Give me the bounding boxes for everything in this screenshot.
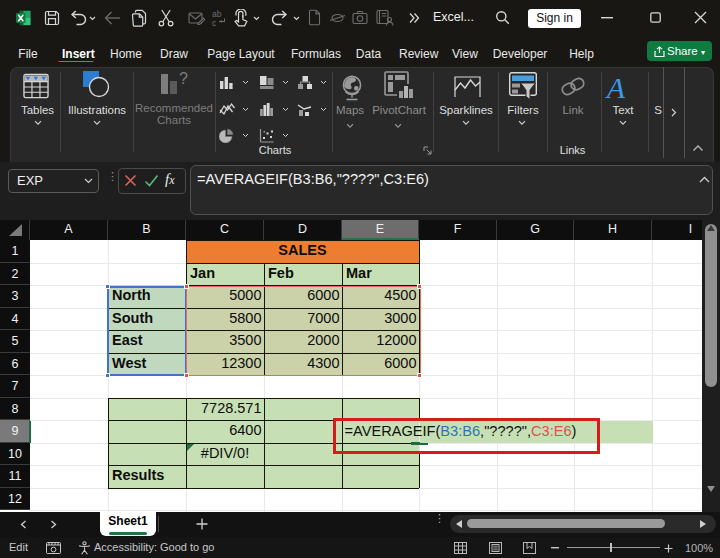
svg-text:A: A [605, 72, 626, 102]
svg-text:?: ? [179, 70, 188, 87]
